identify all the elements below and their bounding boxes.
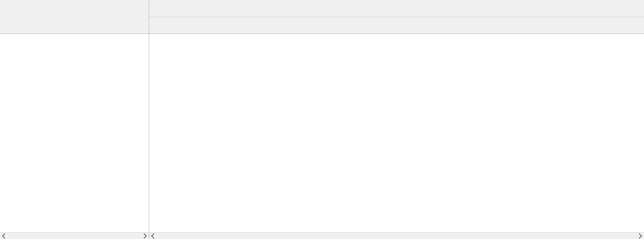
scroll-right-icon[interactable] (637, 233, 643, 239)
timeline-scrollbar[interactable] (149, 232, 644, 239)
task-tree (0, 34, 149, 232)
date-header-row (149, 0, 644, 17)
scroll-left-icon[interactable] (150, 233, 156, 239)
scroll-right-icon[interactable] (142, 233, 148, 239)
timeline-panel (149, 0, 644, 239)
task-column-header[interactable] (0, 0, 149, 34)
scroll-track-right[interactable] (156, 234, 637, 238)
gantt-app (0, 0, 644, 239)
task-panel (0, 0, 149, 239)
hour-header-row (149, 17, 644, 34)
time-header (149, 0, 644, 34)
gantt-chart-area[interactable] (149, 34, 644, 232)
scroll-left-icon[interactable] (1, 233, 7, 239)
scroll-track-left[interactable] (7, 234, 142, 238)
task-panel-scrollbar[interactable] (0, 232, 149, 239)
